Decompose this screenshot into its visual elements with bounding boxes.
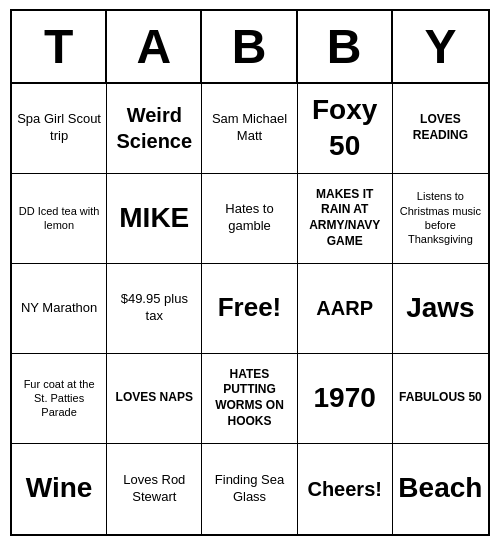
header-letter-A: A [107,11,202,82]
bingo-cell-9: Listens to Christmas music before Thanks… [393,174,488,264]
bingo-cell-21: Loves Rod Stewart [107,444,202,534]
bingo-cell-17: HATES PUTTING WORMS ON HOOKS [202,354,297,444]
bingo-cell-6: MIKE [107,174,202,264]
bingo-cell-15: Fur coat at the St. Patties Parade [12,354,107,444]
bingo-cell-12: Free! [202,264,297,354]
bingo-cell-13: AARP [298,264,393,354]
bingo-cell-11: $49.95 plus tax [107,264,202,354]
bingo-cell-2: Sam Michael Matt [202,84,297,174]
bingo-cell-16: LOVES NAPS [107,354,202,444]
header-letter-B: B [298,11,393,82]
header-letter-Y: Y [393,11,488,82]
bingo-cell-23: Cheers! [298,444,393,534]
bingo-card: TABBY Spa Girl Scout tripWeird ScienceSa… [10,9,490,536]
bingo-cell-18: 1970 [298,354,393,444]
header-letter-T: T [12,11,107,82]
bingo-cell-24: Beach [393,444,488,534]
bingo-cell-14: Jaws [393,264,488,354]
bingo-header: TABBY [12,11,488,84]
bingo-grid: Spa Girl Scout tripWeird ScienceSam Mich… [12,84,488,534]
bingo-cell-19: FABULOUS 50 [393,354,488,444]
bingo-cell-22: Finding Sea Glass [202,444,297,534]
bingo-cell-20: Wine [12,444,107,534]
bingo-cell-10: NY Marathon [12,264,107,354]
bingo-cell-0: Spa Girl Scout trip [12,84,107,174]
bingo-cell-8: MAKES IT RAIN AT ARMY/NAVY GAME [298,174,393,264]
bingo-cell-3: Foxy 50 [298,84,393,174]
bingo-cell-1: Weird Science [107,84,202,174]
bingo-cell-4: LOVES READING [393,84,488,174]
header-letter-B: B [202,11,297,82]
bingo-cell-7: Hates to gamble [202,174,297,264]
bingo-cell-5: DD Iced tea with lemon [12,174,107,264]
